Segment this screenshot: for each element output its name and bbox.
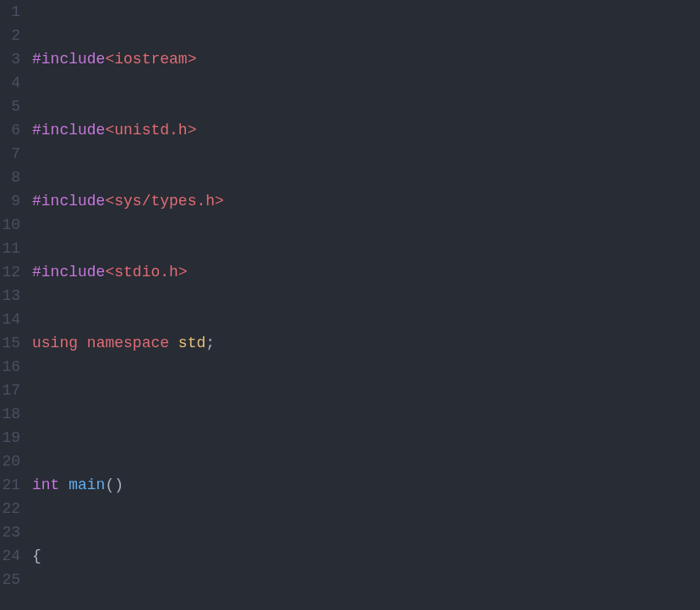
line-number: 22 — [0, 497, 20, 520]
line-number: 23 — [0, 520, 20, 544]
line-number: 24 — [0, 544, 20, 568]
line-number: 5 — [0, 95, 20, 118]
line-number: 6 — [0, 118, 20, 142]
line-number: 10 — [0, 213, 20, 237]
line-number: 3 — [0, 47, 20, 71]
include-path: <sys/types.h> — [105, 193, 223, 210]
line-number: 15 — [0, 331, 20, 355]
line-number: 20 — [0, 449, 20, 473]
line-number: 12 — [0, 260, 20, 284]
code-line[interactable] — [27, 402, 700, 426]
line-number-gutter: 1 2 3 4 5 6 7 8 9 10 11 12 13 14 15 16 1… — [0, 0, 27, 610]
line-number: 7 — [0, 142, 20, 166]
preprocessor: #include — [32, 264, 105, 280]
line-number: 18 — [0, 402, 20, 426]
line-number: 4 — [0, 71, 20, 95]
parens: () — [105, 477, 123, 493]
keyword-namespace: namespace — [87, 335, 169, 351]
line-number: 16 — [0, 355, 20, 379]
identifier-std: std — [178, 335, 205, 351]
line-number: 9 — [0, 189, 20, 213]
type-int: int — [32, 477, 59, 493]
line-number: 1 — [0, 0, 20, 24]
code-line[interactable]: #include<stdio.h> — [27, 260, 700, 284]
line-number: 21 — [0, 473, 20, 497]
include-path: <iostream> — [105, 51, 196, 68]
brace: { — [32, 547, 41, 564]
code-editor[interactable]: 1 2 3 4 5 6 7 8 9 10 11 12 13 14 15 16 1… — [0, 0, 700, 610]
include-path: <stdio.h> — [105, 264, 187, 280]
preprocessor: #include — [32, 193, 105, 210]
semicolon: ; — [205, 335, 215, 351]
include-path: <unistd.h> — [105, 122, 196, 139]
function-name: main — [68, 477, 105, 493]
code-line[interactable]: int main() — [27, 473, 700, 497]
line-number: 25 — [0, 568, 20, 591]
line-number: 11 — [0, 237, 20, 260]
line-number: 8 — [0, 166, 20, 189]
code-line[interactable]: { — [27, 544, 700, 568]
keyword-using: using — [32, 335, 78, 351]
code-line[interactable]: #include<iostream> — [27, 47, 700, 71]
line-number: 2 — [0, 24, 20, 47]
line-number: 17 — [0, 379, 20, 402]
code-area[interactable]: #include<iostream> #include<unistd.h> #i… — [27, 0, 700, 610]
line-number: 13 — [0, 284, 20, 308]
code-line[interactable]: using namespace std; — [27, 331, 700, 355]
line-number: 14 — [0, 308, 20, 331]
preprocessor: #include — [32, 51, 105, 68]
line-number: 19 — [0, 426, 20, 449]
code-line[interactable]: #include<unistd.h> — [27, 118, 700, 142]
code-line[interactable]: #include<sys/types.h> — [27, 189, 700, 213]
preprocessor: #include — [32, 122, 105, 139]
